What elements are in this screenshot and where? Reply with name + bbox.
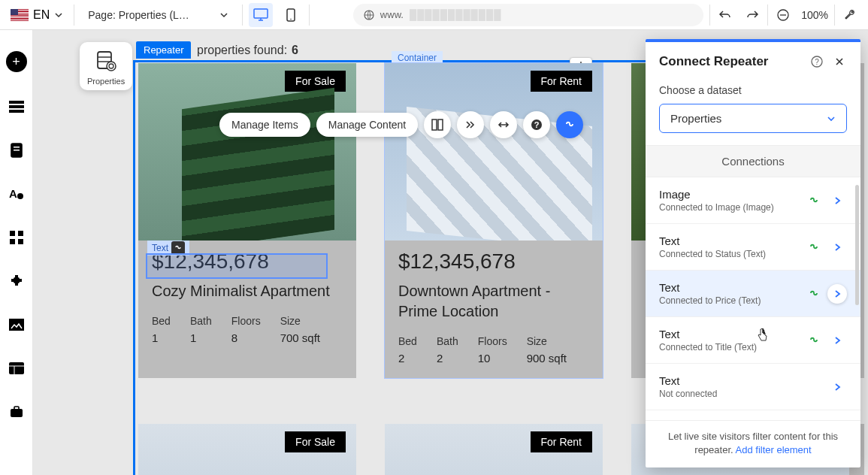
connection-subtitle: Connected to Title (Text) [659, 342, 800, 352]
help-icon[interactable]: ? [809, 54, 824, 69]
desktop-view-button[interactable] [249, 3, 273, 27]
media-icon[interactable] [8, 316, 26, 334]
svg-rect-16 [10, 239, 15, 244]
dataset-chip[interactable]: Properties [80, 42, 132, 90]
mobile-view-button[interactable] [279, 3, 303, 27]
sections-icon[interactable] [8, 98, 26, 116]
status-badge: For Sale [285, 431, 346, 452]
url-blurred: ████████████ [410, 9, 502, 20]
connection-item[interactable]: Text Connected to Status (Text) [646, 224, 860, 271]
add-button[interactable]: + [6, 51, 27, 72]
svg-rect-19 [9, 362, 24, 374]
scrollbar[interactable] [855, 185, 859, 305]
apps-icon[interactable] [8, 228, 26, 247]
linked-icon [808, 195, 820, 207]
chevron-right-icon [827, 238, 847, 257]
manage-content-button[interactable]: Manage Content [316, 113, 419, 137]
linked-icon [808, 334, 820, 346]
status-badge: For Sale [285, 71, 346, 92]
chevron-right-icon [827, 331, 847, 350]
status-badge: For Rent [531, 431, 592, 452]
svg-rect-8 [9, 110, 24, 113]
linked-icon [808, 288, 820, 300]
price-selection-box [146, 253, 328, 279]
connection-title: Text [659, 281, 800, 294]
connection-title: Image [659, 188, 800, 201]
top-bar: EN Page: Properties (L… www. ███████████… [0, 0, 868, 30]
theme-icon[interactable]: A [8, 185, 26, 203]
connection-item[interactable]: Text Connected to Price (Text) [646, 271, 860, 317]
help-button[interactable]: ? [523, 111, 550, 138]
property-title: Cozy Minimalist Apartment [152, 281, 343, 301]
property-image: For Rent [385, 63, 603, 241]
property-image: For Sale [138, 63, 356, 241]
property-card[interactable]: For Sale [138, 424, 356, 475]
svg-rect-17 [18, 239, 23, 244]
svg-rect-14 [10, 231, 15, 236]
database-icon [93, 48, 119, 74]
page-selector[interactable]: Page: Properties (L… [80, 9, 236, 21]
element-toolbar: Manage Items Manage Content ? [219, 111, 583, 138]
zoom-out-button[interactable] [771, 3, 795, 27]
connection-item[interactable]: Text Connected to Title (Text) [646, 317, 860, 364]
svg-rect-6 [9, 101, 24, 104]
svg-text:A: A [9, 187, 17, 200]
language-selector[interactable]: EN [6, 8, 68, 22]
dataset-dropdown[interactable]: Properties [659, 104, 847, 133]
chevron-down-icon [54, 11, 63, 20]
connection-title: Text [659, 234, 800, 247]
property-card[interactable]: For Sale $12,345,678 Cozy Minimalist Apa… [138, 63, 356, 378]
chevron-down-icon [827, 114, 836, 123]
panel-title: Connect Repeater [659, 54, 802, 69]
connection-subtitle: Connected to Status (Text) [659, 249, 800, 259]
svg-rect-18 [9, 319, 24, 331]
connection-item[interactable]: Text Not connected [646, 364, 860, 410]
property-card[interactable]: For Rent [385, 424, 603, 475]
svg-text:?: ? [815, 58, 819, 66]
panel-footer: Let live site visitors filter content fo… [646, 420, 860, 467]
chevron-down-icon [219, 11, 228, 20]
connection-title: Text [659, 328, 800, 340]
business-icon[interactable] [8, 403, 26, 421]
manage-items-button[interactable]: Manage Items [219, 113, 310, 137]
connection-subtitle: Not connected [659, 389, 820, 399]
redo-button[interactable] [740, 3, 764, 27]
pages-icon[interactable] [8, 141, 26, 159]
page-label: Page: Properties (L… [88, 9, 189, 21]
zoom-label: 100% [798, 9, 831, 21]
property-card[interactable]: For Rent $12,345,678 Downtown Apartment … [385, 63, 603, 378]
svg-point-2 [290, 18, 292, 20]
svg-point-26 [107, 62, 116, 71]
plugins-icon[interactable] [8, 272, 26, 290]
undo-button[interactable] [713, 3, 737, 27]
svg-point-13 [17, 193, 23, 199]
svg-rect-10 [14, 147, 20, 148]
layout-button[interactable] [424, 111, 451, 138]
repeater-tag[interactable]: Repeater [136, 41, 191, 59]
svg-rect-11 [14, 150, 20, 151]
chevron-right-icon [827, 284, 847, 304]
dataset-chip-label: Properties [87, 77, 125, 86]
close-icon[interactable] [832, 54, 847, 69]
left-toolbar: + A [0, 30, 33, 475]
animation-button[interactable] [457, 111, 484, 138]
svg-rect-0 [254, 9, 268, 18]
svg-rect-15 [18, 231, 23, 236]
linked-icon [808, 241, 820, 253]
chevron-right-icon [827, 377, 847, 397]
svg-rect-28 [438, 120, 443, 130]
connections-heading: Connections [646, 145, 860, 177]
status-badge: For Rent [531, 71, 592, 92]
add-filter-link[interactable]: Add filter element [736, 444, 812, 455]
svg-rect-7 [9, 105, 24, 108]
connect-data-button[interactable] [556, 111, 583, 138]
flag-icon [11, 9, 29, 21]
editor-canvas: properties found:6 Properties Repeater C… [33, 30, 868, 475]
connection-item[interactable]: Image Connected to Image (Image) [646, 177, 860, 224]
stretch-button[interactable] [490, 111, 517, 138]
url-bar[interactable]: www. ████████████ [353, 4, 703, 26]
cms-icon[interactable] [8, 359, 26, 377]
tools-button[interactable] [838, 3, 862, 27]
connect-repeater-panel: Connect Repeater ? Choose a dataset Prop… [646, 39, 860, 467]
dataset-value: Properties [670, 112, 721, 125]
